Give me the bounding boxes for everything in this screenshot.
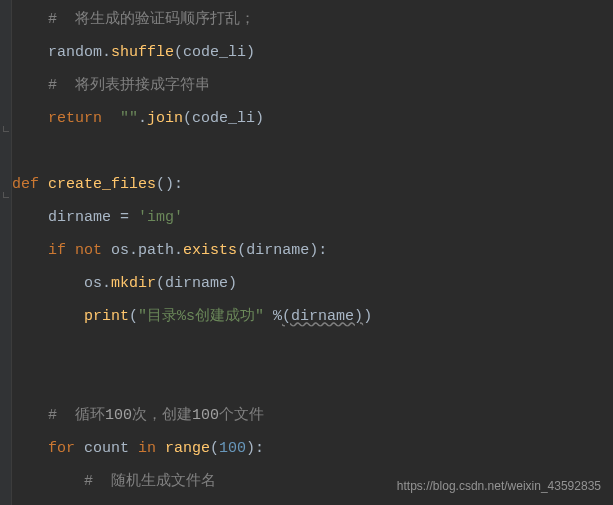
code-line[interactable]: print("目录%s创建成功" %(dirname)) [12, 300, 613, 333]
gutter [0, 0, 12, 505]
punct: ) [246, 44, 255, 61]
punct: ) [228, 275, 237, 292]
punct: (): [156, 176, 183, 193]
punct: ( [174, 44, 183, 61]
code-line[interactable]: def create_files(): [12, 168, 613, 201]
code-line[interactable]: return "".join(code_li) [12, 102, 613, 135]
ident: code_li [183, 44, 246, 61]
punct: ( [282, 308, 291, 325]
punct: ( [129, 308, 138, 325]
code-line[interactable]: if not os.path.exists(dirname): [12, 234, 613, 267]
code-line[interactable]: # 将生成的验证码顺序打乱； [12, 3, 613, 36]
punct: ): [309, 242, 327, 259]
punct: ( [156, 275, 165, 292]
ident: dirname [246, 242, 309, 259]
code-line[interactable]: dirname = 'img' [12, 201, 613, 234]
func-call: join [147, 110, 183, 127]
comment-number: 100 [192, 407, 219, 424]
ident: os [111, 242, 129, 259]
dot: . [102, 275, 111, 292]
code-line[interactable]: # 将列表拼接成字符串 [12, 69, 613, 102]
ident-warning: dirname [291, 308, 354, 325]
ident: code_li [192, 110, 255, 127]
comment: # 将生成的验证码顺序打乱； [48, 11, 255, 28]
func-call: exists [183, 242, 237, 259]
func-call: mkdir [111, 275, 156, 292]
keyword: return [48, 110, 120, 127]
code-line[interactable]: # 循环100次，创建100个文件 [12, 399, 613, 432]
function-def: create_files [48, 176, 156, 193]
keyword: for [48, 440, 84, 457]
fold-marker-icon [3, 192, 9, 198]
number: 100 [219, 440, 246, 457]
string: "" [120, 110, 138, 127]
punct: ) [255, 110, 264, 127]
ident: path [138, 242, 174, 259]
code-line[interactable]: random.shuffle(code_li) [12, 36, 613, 69]
ident: count [84, 440, 138, 457]
ident: os [84, 275, 102, 292]
keyword: def [12, 176, 48, 193]
keyword: if [48, 242, 75, 259]
watermark: https://blog.csdn.net/weixin_43592835 [397, 479, 601, 493]
dot: . [174, 242, 183, 259]
keyword: not [75, 242, 111, 259]
dot: . [129, 242, 138, 259]
comment: 个文件 [219, 407, 264, 424]
punct: ( [183, 110, 192, 127]
string: "目录%s创建成功" [138, 308, 264, 325]
code-line[interactable] [12, 366, 613, 399]
operator: % [264, 308, 282, 325]
punct: ) [354, 308, 363, 325]
punct: ( [237, 242, 246, 259]
func-call: shuffle [111, 44, 174, 61]
punct: ( [210, 440, 219, 457]
string: 'img' [138, 209, 183, 226]
punct: ) [363, 308, 372, 325]
comment: 次，创建 [132, 407, 192, 424]
comment: # 随机生成文件名 [84, 473, 216, 490]
punct: ): [246, 440, 264, 457]
func-call: print [84, 308, 129, 325]
comment: # 将列表拼接成字符串 [48, 77, 210, 94]
dot: . [138, 110, 147, 127]
comment-number: 100 [105, 407, 132, 424]
dot: . [102, 44, 111, 61]
fold-marker-icon [3, 126, 9, 132]
operator: = [120, 209, 138, 226]
code-line[interactable] [12, 333, 613, 366]
ident: dirname [48, 209, 120, 226]
ident: dirname [165, 275, 228, 292]
comment: # 循环 [48, 407, 105, 424]
keyword: in [138, 440, 165, 457]
ident: random [48, 44, 102, 61]
code-line[interactable]: for count in range(100): [12, 432, 613, 465]
func-call: range [165, 440, 210, 457]
code-line[interactable]: os.mkdir(dirname) [12, 267, 613, 300]
code-editor[interactable]: random.sample(string.digits, 1) # 将生成的验证… [12, 0, 613, 498]
code-line[interactable] [12, 135, 613, 168]
